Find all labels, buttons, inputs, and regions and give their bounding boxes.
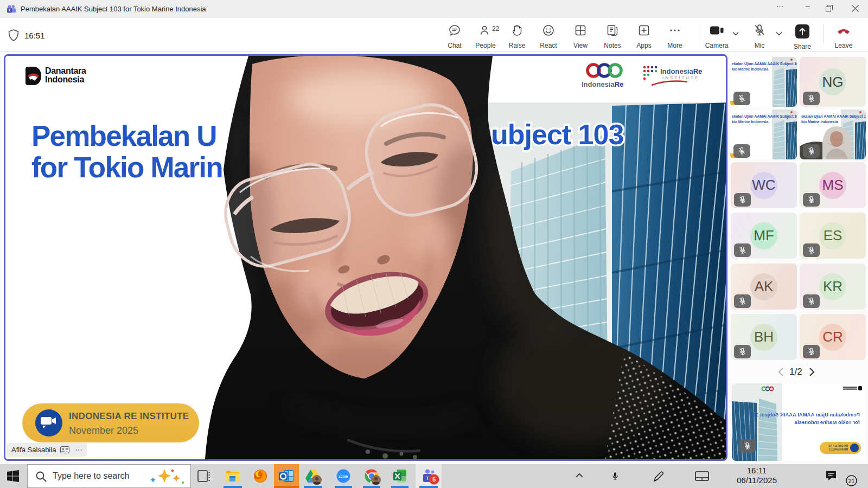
- svg-text:T: T: [8, 8, 11, 12]
- svg-text:zoom: zoom: [339, 474, 348, 478]
- svg-text:21: 21: [848, 478, 855, 484]
- svg-text:5: 5: [432, 476, 436, 483]
